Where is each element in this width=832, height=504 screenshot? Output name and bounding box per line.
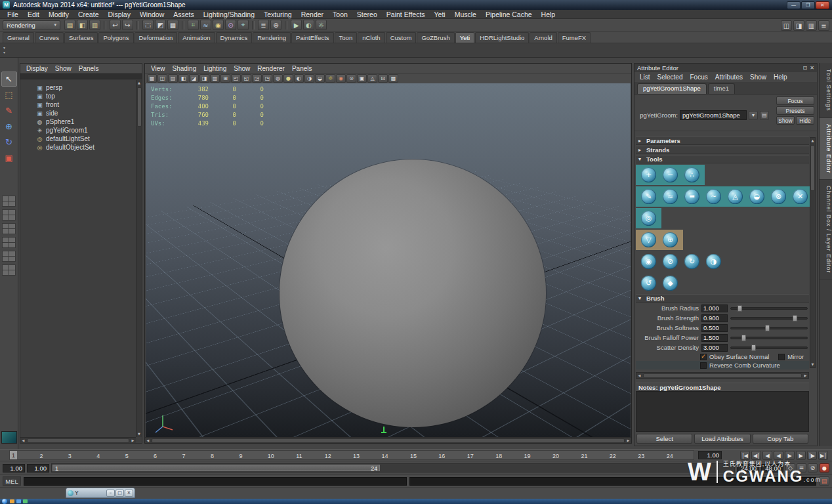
mirror-groom-icon[interactable]: ◆ <box>663 276 678 291</box>
floating-window-titlebar[interactable]: Y –□✕ <box>66 488 135 498</box>
menu-item[interactable]: Yeti <box>430 10 450 19</box>
shelf-tab[interactable]: Deformation <box>135 32 178 43</box>
panel-menu-item[interactable]: View <box>148 65 169 72</box>
layout-two-pane-stacked-button[interactable] <box>2 237 16 248</box>
attribute-editor-vertical-scrollbar[interactable]: ▲ ▼ <box>810 137 816 368</box>
layout-single-pane-button[interactable] <box>2 196 16 207</box>
slider-track[interactable] <box>730 317 808 320</box>
isolate-select-icon[interactable]: ▩ <box>388 74 398 83</box>
select-by-component-icon[interactable]: ▦ <box>167 20 178 30</box>
scatter-strands-tool-icon[interactable]: ∴ <box>684 167 699 182</box>
gate-mask-icon[interactable]: ◲ <box>252 74 262 83</box>
go-to-end-button[interactable]: ▶| <box>818 451 828 460</box>
close-button[interactable]: ✕ <box>816 1 829 9</box>
select-by-hierarchy-icon[interactable]: ⬚ <box>142 20 154 30</box>
node-list-icon[interactable]: ▤ <box>760 111 769 120</box>
use-all-lights-icon[interactable]: ☼ <box>325 74 335 83</box>
scroll-thumb[interactable] <box>27 438 129 443</box>
snap-to-view-plane-icon[interactable]: ⊙ <box>225 20 236 30</box>
taskbar-app-icon-2[interactable] <box>16 499 21 503</box>
resolution-gate-icon[interactable]: ◱ <box>241 74 251 83</box>
scroll-thumb[interactable] <box>810 145 815 191</box>
section-brush[interactable]: ▾ Brush <box>636 294 809 303</box>
lasso-tool-icon[interactable]: ⬚ <box>1 87 17 102</box>
current-time-field[interactable]: 1.00 <box>698 451 722 459</box>
menu-item[interactable]: Modify <box>44 10 73 19</box>
shelf-tab[interactable]: General <box>3 32 34 43</box>
menu-item[interactable]: File <box>3 10 23 19</box>
node-name-field[interactable]: pgYetiGroom1Shape <box>680 110 747 120</box>
depth-of-field-icon[interactable]: ⊡ <box>378 74 388 83</box>
current-layout-thumbnail[interactable] <box>1 431 17 444</box>
grease-pencil-icon[interactable]: ▥ <box>210 74 220 83</box>
two-d-pan-zoom-icon[interactable]: ◨ <box>199 74 209 83</box>
shelf-tab[interactable]: Surfaces <box>64 32 98 43</box>
floating-close-button[interactable]: ✕ <box>125 490 133 497</box>
scale-tool-icon[interactable]: ▣ <box>1 150 17 165</box>
multisampling-icon[interactable]: ◬ <box>367 74 377 83</box>
image-plane-icon[interactable]: ◪ <box>189 74 199 83</box>
attribute-editor-horizontal-scrollbar[interactable]: ◀ ▶ <box>636 372 809 379</box>
shelf-tab[interactable]: Custom <box>386 32 417 43</box>
scroll-left-icon[interactable]: ◀ <box>20 438 26 442</box>
panel-menu-item[interactable]: List <box>636 74 654 81</box>
panel-menu-item[interactable]: Show <box>747 74 770 81</box>
rotate-tool-icon[interactable]: ↻ <box>1 135 17 150</box>
go-to-start-button[interactable]: |◀ <box>740 451 750 460</box>
scroll-right-icon[interactable]: ▶ <box>802 373 808 377</box>
animation-end-field[interactable]: 48.00 <box>761 464 783 472</box>
outliner-item[interactable]: ▣ front <box>20 100 136 109</box>
playback-start-field[interactable]: 1.00 <box>27 464 49 472</box>
construction-history-icon[interactable]: ⊕ <box>270 20 281 30</box>
outliner-item[interactable]: ◍ pSphere1 <box>20 117 136 126</box>
shelf-tab[interactable]: GoZBrush <box>417 32 454 43</box>
snap-to-grid-icon[interactable]: ⌗ <box>188 20 199 30</box>
density-tool-icon[interactable]: ◉ <box>641 254 656 269</box>
layout-two-pane-side-by-side-button[interactable] <box>2 223 16 234</box>
scroll-thumb[interactable] <box>137 87 142 127</box>
menu-item[interactable]: Edit <box>23 10 44 19</box>
checkbox-item[interactable]: ✓ Obey Surface Normal <box>700 353 769 360</box>
field-chart-icon[interactable]: ◳ <box>262 74 272 83</box>
shadows-icon[interactable]: ◉ <box>336 74 346 83</box>
step-back-key-button[interactable]: ◀ <box>762 451 772 460</box>
menu-item[interactable]: Display <box>103 10 135 19</box>
outliner-item[interactable]: ▣ side <box>20 109 136 117</box>
straighten-tool-icon[interactable]: ≡ <box>684 189 699 204</box>
move-tool-icon[interactable]: ⊕ <box>1 119 17 134</box>
menu-item[interactable]: Texturing <box>259 10 297 19</box>
scroll-up-icon[interactable]: ▲ <box>138 80 140 86</box>
value-field[interactable]: 3.000 <box>701 344 728 352</box>
panel-menu-item[interactable]: Panels <box>75 65 102 72</box>
panel-menu-item[interactable]: Display <box>23 65 51 72</box>
shelf-tab[interactable]: Rendering <box>253 32 291 43</box>
outliner-item[interactable]: ▣ top <box>20 92 136 100</box>
side-panel-tab[interactable]: Tool Settings <box>820 63 832 118</box>
step-back-frame-button[interactable]: ◀| <box>751 451 761 460</box>
grid-toggle-icon[interactable]: ⊞ <box>220 74 230 83</box>
input-connections-icon[interactable]: ≣ <box>258 20 269 30</box>
shelf-tab[interactable]: Toon <box>335 32 358 43</box>
section-parameters[interactable]: ▸ Parameters <box>636 136 809 145</box>
scroll-down-icon[interactable]: ▼ <box>138 431 140 437</box>
step-forward-key-button[interactable]: ▶ <box>796 451 806 460</box>
value-field[interactable]: 1.500 <box>701 334 728 342</box>
tool-settings-toggle-icon[interactable]: ▥ <box>806 20 817 31</box>
command-language-toggle[interactable]: MEL <box>3 476 21 486</box>
slider-track[interactable] <box>730 327 808 329</box>
minimize-button[interactable]: — <box>787 1 801 9</box>
anim-layer-icon[interactable]: ≡ <box>797 463 806 472</box>
menu-item[interactable]: Muscle <box>450 10 481 19</box>
maximize-button[interactable]: ❐ <box>801 1 815 9</box>
footer-button[interactable]: Load Attributes <box>694 434 750 444</box>
save-scene-icon[interactable]: ▥ <box>89 20 100 30</box>
scroll-right-icon[interactable]: ▶ <box>130 438 136 442</box>
attribute-editor-titlebar[interactable]: Attribute Editor ⊡ ✕ <box>634 64 817 72</box>
redo-icon[interactable]: ↪ <box>122 20 133 30</box>
section-tools[interactable]: ▾ Tools <box>636 155 809 163</box>
shelf-tab[interactable]: Yeti <box>455 32 475 43</box>
safe-title-icon[interactable]: ● <box>283 74 293 83</box>
render-settings-icon[interactable]: ☼ <box>316 20 327 30</box>
focus-button[interactable]: Focus <box>776 96 814 105</box>
smooth-tool-icon[interactable]: ◎ <box>641 211 656 226</box>
